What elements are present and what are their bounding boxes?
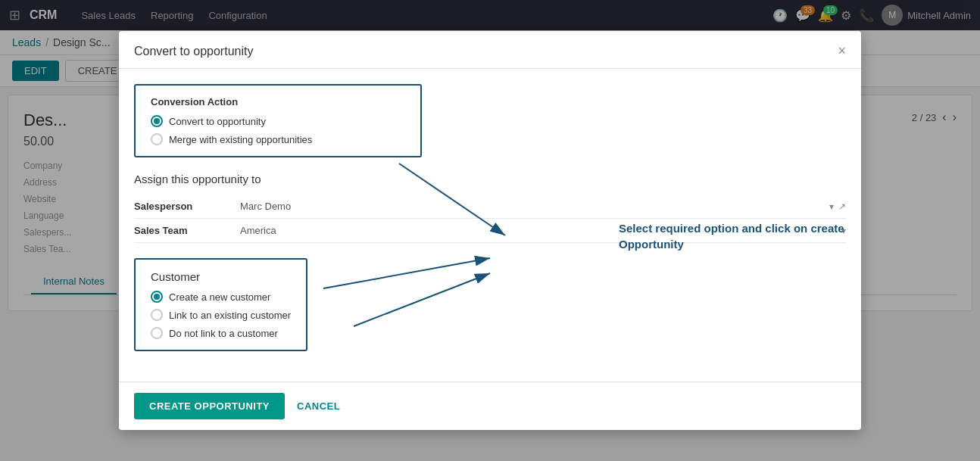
annotation-text: Select required option and click on crea… [619,220,846,252]
radio-no-unchecked [151,327,163,339]
modal-overlay: Convert to opportunity × Conversion Acti… [0,0,980,461]
conversion-action-box: Conversion Action Convert to opportunity… [134,84,422,157]
link-customer-label: Link to an existing customer [169,310,291,321]
radio-link-customer[interactable]: Link to an existing customer [151,309,291,321]
radio-merge-unchecked [151,133,163,145]
dropdown-icon[interactable]: ▾ [829,201,834,212]
salesperson-label: Salesperson [134,201,225,212]
assign-title: Assign this opportunity to [134,173,846,185]
radio-merge-label: Merge with existing opportunities [169,134,312,145]
sales-team-value: America [240,225,276,236]
radio-create-customer[interactable]: Create a new customer [151,291,291,303]
radio-create-checked [151,291,163,303]
no-customer-label: Do not link to a customer [169,328,278,339]
svg-line-2 [323,258,490,288]
salesperson-value: Marc Demo [240,201,291,212]
modal-footer: CREATE OPPORTUNITY CANCEL [119,382,861,430]
svg-line-3 [354,273,490,326]
salesperson-input[interactable]: Marc Demo ▾ ↗ [240,201,846,212]
convert-to-opportunity-modal: Convert to opportunity × Conversion Acti… [119,31,861,430]
radio-convert-label: Convert to opportunity [169,116,266,127]
radio-link-unchecked [151,309,163,321]
modal-close-button[interactable]: × [838,43,846,59]
conversion-action-label: Conversion Action [151,96,405,107]
radio-no-customer[interactable]: Do not link to a customer [151,327,291,339]
radio-convert-to-opportunity[interactable]: Convert to opportunity [151,115,405,127]
modal-body: Conversion Action Convert to opportunity… [119,69,861,382]
customer-box: Customer Create a new customer Link to a… [134,258,307,351]
annotation-container: Select required option and click on crea… [558,213,846,252]
cancel-button[interactable]: CANCEL [297,400,340,412]
radio-merge-opportunities[interactable]: Merge with existing opportunities [151,133,405,145]
radio-convert-checked [151,115,163,127]
customer-title: Customer [151,270,291,283]
salesperson-icons: ▾ ↗ [829,201,846,212]
create-opportunity-button[interactable]: CREATE OPPORTUNITY [134,393,285,419]
create-customer-label: Create a new customer [169,291,270,303]
modal-header: Convert to opportunity × [119,31,861,69]
external-link-icon[interactable]: ↗ [838,201,846,212]
modal-title: Convert to opportunity [134,45,253,58]
sales-team-label: Sales Team [134,225,225,236]
